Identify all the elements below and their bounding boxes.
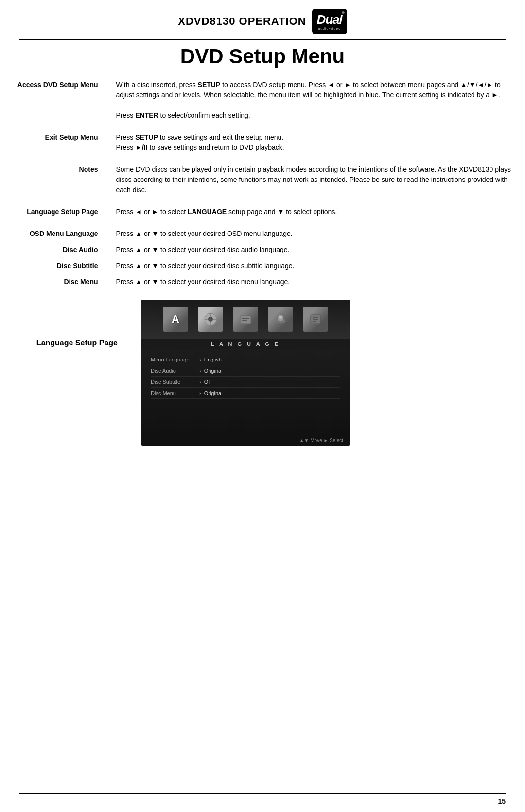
disc-audio-label: Disc Audio	[0, 242, 107, 258]
registered-icon: ®	[342, 11, 345, 15]
osd-text: Press ▲ or ▼ to select your desired OSD …	[116, 230, 293, 237]
bottom-divider	[19, 793, 506, 794]
menu-arrow-1: ›	[199, 368, 201, 374]
menu-key-3: Disc Menu	[151, 390, 199, 396]
svg-rect-5	[242, 318, 249, 319]
exit-text-1: Press SETUP to save settings and exit th…	[116, 133, 284, 141]
dvd-menu-row-2: Disc Subtitle › Off	[151, 377, 340, 388]
logo-text: Dual	[317, 13, 342, 26]
disc-audio-value: Press ▲ or ▼ to select your desired disc…	[107, 242, 525, 258]
exit-row: Exit Setup Menu Press SETUP to save sett…	[0, 129, 525, 156]
menu-arrow-2: ›	[199, 379, 201, 385]
model-number: XDVD8130	[178, 15, 235, 27]
disc-menu-label: Disc Menu	[0, 274, 107, 290]
screenshot-section: Language Setup Page A	[0, 290, 525, 455]
bottom-area: 15	[0, 793, 525, 812]
dvd-icon-d	[268, 307, 293, 332]
menu-arrow-0: ›	[199, 357, 201, 362]
dvd-icon-e	[303, 307, 328, 332]
page-number: 15	[19, 797, 506, 805]
osd-value: Press ▲ or ▼ to select your desired OSD …	[107, 226, 525, 242]
operation-text: OPERATION	[239, 15, 306, 27]
menu-val-3: Original	[204, 390, 223, 396]
notes-row: Notes Some DVD discs can be played only …	[0, 162, 525, 198]
screenshot-label-col: Language Setup Page	[19, 300, 126, 347]
menu-key-0: Menu Language	[151, 357, 199, 362]
disc-audio-row: Disc Audio Press ▲ or ▼ to select your d…	[0, 242, 525, 258]
menu-arrow-3: ›	[199, 390, 201, 396]
disc-subtitle-label: Disc Subtitle	[0, 258, 107, 274]
disc-subtitle-text: Press ▲ or ▼ to select your desired disc…	[116, 262, 295, 270]
lang-setup-row: Language Setup Page Press ◄ or ► to sele…	[0, 204, 525, 220]
dvd-icon-a: A	[163, 307, 188, 332]
logo-subtext: audio·video	[318, 27, 341, 30]
svg-rect-13	[313, 321, 316, 322]
notes-value: Some DVD discs can be played only in cer…	[107, 162, 525, 198]
header-divider	[19, 39, 506, 40]
menu-key-2: Disc Subtitle	[151, 379, 199, 385]
exit-value: Press SETUP to save settings and exit th…	[107, 129, 525, 156]
svg-point-9	[279, 316, 282, 319]
dvd-icon-b	[198, 307, 223, 332]
dvd-icon-c	[233, 307, 258, 332]
osd-row: OSD Menu Language Press ▲ or ▼ to select…	[0, 226, 525, 242]
dvd-menu-content: Menu Language › English Disc Audio › Ori…	[141, 349, 350, 435]
menu-val-0: English	[204, 357, 222, 362]
dvd-menu-row-0: Menu Language › English	[151, 354, 340, 365]
dvd-language-bar: L A N G U A G E	[141, 339, 350, 349]
dvd-menu-footer: ▲▼ Move ► Select	[141, 435, 350, 446]
disc-subtitle-value: Press ▲ or ▼ to select your desired disc…	[107, 258, 525, 274]
dvd-menu-row-3: Disc Menu › Original	[151, 388, 340, 399]
menu-val-1: Original	[204, 368, 223, 374]
exit-text-2: Press ►/II to save settings and return t…	[116, 144, 284, 151]
access-label: Access DVD Setup Menu	[0, 77, 107, 124]
dual-logo: ® Dual audio·video	[312, 9, 347, 34]
dvd-icons-bar: A	[141, 300, 350, 339]
content-table: Access DVD Setup Menu With a disc insert…	[0, 77, 525, 290]
access-row: Access DVD Setup Menu With a disc insert…	[0, 77, 525, 124]
page-header: XDVD8130 OPERATION ® Dual audio·video	[0, 0, 525, 34]
dvd-menu-row-1: Disc Audio › Original	[151, 365, 340, 377]
lang-setup-value: Press ◄ or ► to select LANGUAGE setup pa…	[107, 204, 525, 220]
dvd-screenshot: A	[141, 300, 350, 446]
osd-label: OSD Menu Language	[0, 226, 107, 242]
disc-audio-text: Press ▲ or ▼ to select your desired disc…	[116, 246, 290, 253]
svg-rect-4	[240, 316, 251, 324]
svg-rect-12	[313, 319, 318, 320]
access-value: With a disc inserted, press SETUP to acc…	[107, 77, 525, 124]
exit-label: Exit Setup Menu	[0, 129, 107, 156]
lang-setup-label: Language Setup Page	[0, 204, 107, 220]
menu-key-1: Disc Audio	[151, 368, 199, 374]
svg-rect-6	[242, 320, 247, 321]
disc-menu-row: Disc Menu Press ▲ or ▼ to select your de…	[0, 274, 525, 290]
lang-setup-text: Press ◄ or ► to select LANGUAGE setup pa…	[116, 208, 337, 216]
lang-setup-label2: Language Setup Page	[19, 339, 118, 347]
access-text-2: Press ENTER to select/confirm each setti…	[116, 111, 250, 119]
header-title: XDVD8130 OPERATION	[178, 15, 306, 28]
svg-rect-11	[313, 317, 318, 318]
disc-menu-value: Press ▲ or ▼ to select your desired disc…	[107, 274, 525, 290]
notes-label: Notes	[0, 162, 107, 198]
menu-val-2: Off	[204, 379, 211, 385]
disc-menu-text: Press ▲ or ▼ to select your desired disc…	[116, 278, 290, 286]
page-title: DVD Setup Menu	[19, 45, 506, 68]
disc-subtitle-row: Disc Subtitle Press ▲ or ▼ to select you…	[0, 258, 525, 274]
access-text-1: With a disc inserted, press SETUP to acc…	[116, 81, 501, 99]
